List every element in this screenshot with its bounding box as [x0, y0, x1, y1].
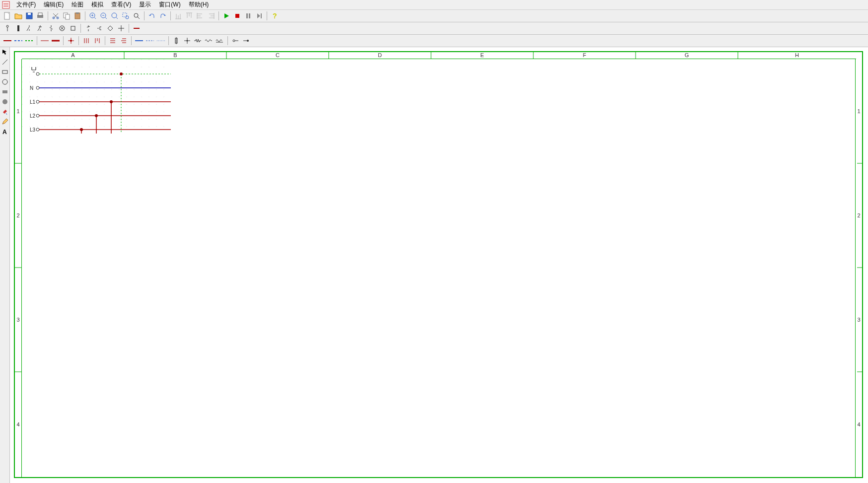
align-button-4[interactable] [206, 10, 217, 21]
line-blue-dash-tool[interactable] [145, 35, 155, 46]
zoom-region-button[interactable] [120, 10, 131, 21]
col-header-h: H [738, 52, 856, 59]
svg-rect-5 [38, 13, 42, 15]
circle-tool[interactable] [0, 77, 10, 87]
inductor-tool[interactable] [204, 35, 215, 46]
col-header-g: G [636, 52, 738, 59]
new-button[interactable] [2, 10, 13, 21]
fuse-vert-tool[interactable] [171, 35, 182, 46]
line-blue-dot-tool[interactable] [155, 35, 166, 46]
close-term-tool[interactable] [241, 35, 252, 46]
left-palette: A [0, 47, 10, 483]
line-tool[interactable] [0, 57, 10, 67]
cross-dot-tool[interactable] [182, 35, 193, 46]
svg-point-31 [247, 40, 249, 42]
wire-red-tool[interactable] [131, 23, 142, 34]
row-header-1: 1 [15, 59, 22, 163]
menu-edit[interactable]: 编辑(E) [40, 0, 68, 9]
svg-text:L1: L1 [30, 99, 36, 105]
redo-button[interactable] [157, 10, 168, 21]
line-dash-blue[interactable] [13, 35, 24, 46]
save-button[interactable] [24, 10, 35, 21]
row-header-4r: 4 [855, 372, 862, 477]
svg-point-30 [233, 40, 235, 42]
svg-rect-32 [2, 70, 7, 73]
svg-point-63 [110, 100, 113, 103]
switch-tool[interactable] [46, 23, 57, 34]
align-button-1[interactable] [173, 10, 184, 21]
hlines3b-tool[interactable] [118, 35, 129, 46]
menu-view[interactable]: 查看(V) [107, 0, 135, 9]
line-solid-red[interactable] [2, 35, 13, 46]
toolbar-components-1 [0, 22, 868, 35]
menu-bar: 文件(F) 编辑(E) 绘图 模拟 查看(V) 显示 窗口(W) 帮助(H) [0, 0, 868, 10]
line-thick-red[interactable] [50, 35, 61, 46]
fillrect-tool[interactable] [0, 87, 10, 97]
svg-point-14 [112, 13, 117, 18]
coil-tool[interactable] [68, 23, 78, 34]
rect-tool[interactable] [0, 67, 10, 77]
lamp-tool[interactable] [57, 23, 68, 34]
junction-tool[interactable] [13, 23, 24, 34]
col-header-f: F [533, 52, 636, 59]
paste-button[interactable] [72, 10, 83, 21]
row-header-2: 2 [15, 163, 22, 268]
paint-tool[interactable] [0, 107, 10, 117]
row-header-2r: 2 [855, 163, 862, 268]
align-button-3[interactable] [195, 10, 206, 21]
diamond-tool[interactable] [105, 23, 116, 34]
pointer-tool[interactable] [0, 47, 10, 57]
stop-button[interactable] [232, 10, 243, 21]
changeover-tool[interactable] [94, 23, 105, 34]
fillcircle-tool[interactable] [0, 97, 10, 107]
zoom-fit-button[interactable] [109, 10, 120, 21]
menu-draw[interactable]: 绘图 [68, 0, 87, 9]
step-button[interactable] [254, 10, 265, 21]
contact-no-tool[interactable] [24, 23, 35, 34]
cut-button[interactable] [50, 10, 61, 21]
svg-rect-34 [2, 90, 7, 93]
text-tool[interactable]: A [0, 127, 10, 137]
align-button-2[interactable] [184, 10, 195, 21]
copy-button[interactable] [61, 10, 72, 21]
open-button[interactable] [13, 10, 24, 21]
pencil-tool[interactable] [0, 117, 10, 127]
canvas[interactable]: A B C D E F G H 1 2 3 4 1 2 3 4 [10, 47, 868, 483]
menu-window[interactable]: 窗口(W) [155, 0, 184, 9]
drawing-sheet: A B C D E F G H 1 2 3 4 1 2 3 4 [14, 51, 863, 478]
find-button[interactable] [131, 10, 142, 21]
menu-help[interactable]: 帮助(H) [185, 0, 213, 9]
svg-rect-3 [28, 13, 31, 15]
svg-point-62 [95, 114, 98, 117]
line-thin-red[interactable] [39, 35, 50, 46]
pause-button[interactable] [243, 10, 254, 21]
menu-display[interactable]: 显示 [135, 0, 155, 9]
cross-tool[interactable] [116, 23, 127, 34]
hlines3-tool[interactable] [107, 35, 118, 46]
print-button[interactable] [35, 10, 46, 21]
row-header-3: 3 [15, 268, 22, 372]
inductor2-tool[interactable] [215, 35, 225, 46]
menu-sim[interactable]: 模拟 [87, 0, 107, 9]
line-dash-green[interactable] [24, 35, 35, 46]
col-header-b: B [124, 52, 226, 59]
svg-text:L3: L3 [30, 127, 36, 133]
breaker-tool[interactable] [83, 23, 94, 34]
zoom-out-button[interactable] [98, 10, 109, 21]
resistor-tool[interactable] [193, 35, 204, 46]
open-term-tool[interactable] [230, 35, 241, 46]
menu-file[interactable]: 文件(F) [12, 0, 40, 9]
node-tool[interactable] [66, 35, 76, 46]
help-button[interactable]: ? [269, 10, 280, 21]
svg-text:?: ? [273, 12, 277, 20]
run-button[interactable] [221, 10, 232, 21]
undo-button[interactable] [146, 10, 157, 21]
bars-full-tool[interactable] [81, 35, 92, 46]
svg-rect-9 [66, 14, 70, 19]
bars-half-tool[interactable] [92, 35, 103, 46]
svg-point-16 [126, 16, 129, 19]
contact-nc-tool[interactable] [35, 23, 46, 34]
terminal-tool[interactable] [2, 23, 13, 34]
line-blue-tool[interactable] [134, 35, 145, 46]
zoom-in-button[interactable] [87, 10, 98, 21]
